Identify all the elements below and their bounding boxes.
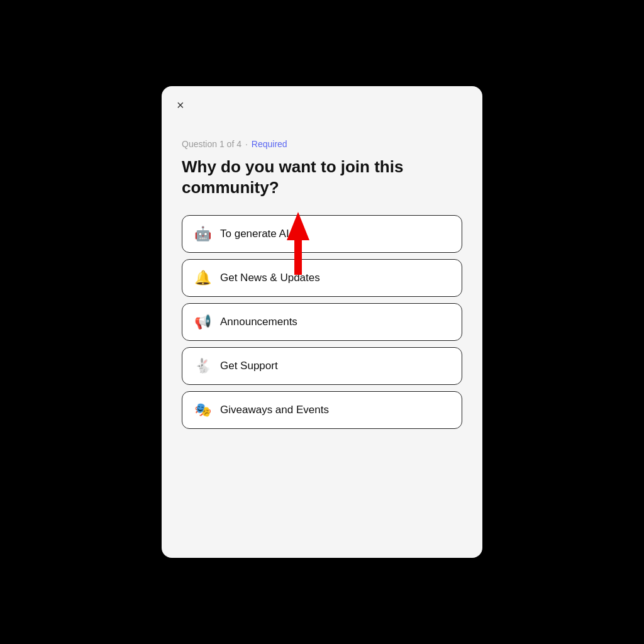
news-icon: 🔔 [194, 270, 211, 286]
required-label: Required [252, 139, 287, 149]
giveaways-icon: 🎭 [194, 402, 211, 418]
option-giveaways-label: Giveaways and Events [220, 404, 329, 416]
modal-container: × Question 1 of 4 · Required Why do you … [162, 86, 482, 558]
question-meta: Question 1 of 4 · Required [182, 139, 462, 149]
option-news-label: Get News & Updates [220, 272, 320, 284]
ai-art-icon: 🤖 [194, 226, 211, 242]
separator-dot: · [245, 139, 248, 149]
option-support[interactable]: 🐇 Get Support [182, 347, 462, 385]
announcements-icon: 📢 [194, 314, 211, 330]
support-icon: 🐇 [194, 358, 211, 374]
option-support-label: Get Support [220, 360, 278, 372]
close-button[interactable]: × [177, 99, 184, 111]
option-ai-art[interactable]: 🤖 To generate AI-art [182, 215, 462, 253]
question-title: Why do you want to join this community? [182, 157, 462, 197]
option-announcements[interactable]: 📢 Announcements [182, 303, 462, 341]
options-list: 🤖 To generate AI-art 🔔 Get News & Update… [182, 215, 462, 429]
option-giveaways[interactable]: 🎭 Giveaways and Events [182, 391, 462, 429]
question-number: Question 1 of 4 [182, 139, 242, 149]
option-announcements-label: Announcements [220, 316, 297, 328]
option-ai-art-label: To generate AI-art [220, 228, 305, 240]
option-news[interactable]: 🔔 Get News & Updates [182, 259, 462, 297]
